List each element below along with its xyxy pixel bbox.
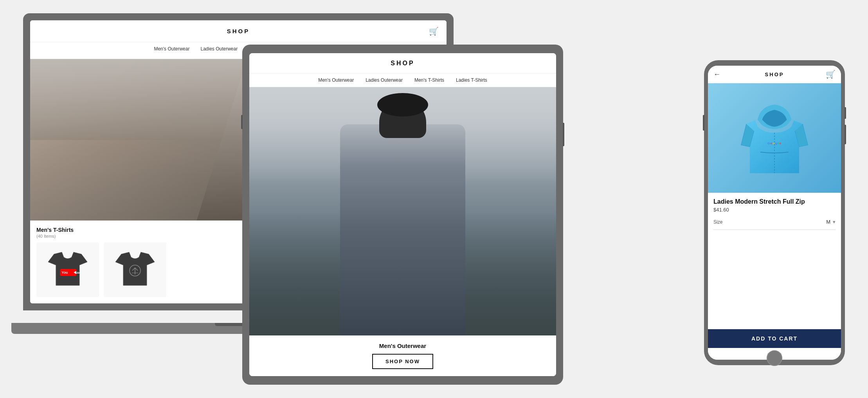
tablet-screen: SHOP Men's Outerwear Ladies Outerwear Me…	[249, 53, 556, 376]
mobile-product-name: Ladies Modern Stretch Full Zip	[713, 198, 836, 205]
mobile-home-button[interactable]	[767, 350, 782, 366]
mobile-size-value: M	[826, 219, 830, 225]
tablet-category-section: Men's Outerwear SHOP NOW	[249, 335, 556, 376]
tablet-logo: SHOP	[391, 60, 414, 67]
mobile-chevron-icon: ▾	[833, 219, 836, 225]
mobile-logo: SHOP	[765, 72, 784, 77]
tablet-nav-mens-outerwear[interactable]: Men's Outerwear	[318, 77, 354, 83]
tablet-nav-ladies-tshirts[interactable]: Ladies T-Shirts	[456, 77, 487, 83]
mobile-volume-button	[845, 125, 846, 144]
svg-text:l: l	[778, 142, 778, 145]
mobile-size-row: Size M ▾	[713, 219, 836, 230]
mobile-back-button[interactable]: ←	[713, 70, 720, 79]
tablet-hero-image	[249, 87, 556, 335]
mobile-product-price: $41.60	[713, 207, 836, 213]
laptop-cart-icon[interactable]: 🛒	[429, 27, 439, 36]
tablet-power-button	[563, 123, 564, 146]
laptop-logo: SHOP	[227, 28, 250, 34]
tablet-device: SHOP Men's Outerwear Ladies Outerwear Me…	[242, 45, 563, 385]
mobile-product-image: G o o g l e	[708, 83, 841, 193]
mobile-header: ← SHOP 🛒	[708, 66, 841, 83]
tablet-nav-mens-tshirts[interactable]: Men's T-Shirts	[414, 77, 444, 83]
mobile-add-to-cart-button[interactable]: ADD TO CART	[708, 329, 841, 348]
hoodie-svg: G o o g l e	[739, 95, 810, 181]
svg-text:e: e	[780, 142, 782, 145]
svg-text:o: o	[773, 142, 775, 145]
laptop-product-card-youtube[interactable]: You Tube	[36, 242, 99, 297]
laptop-header: SHOP 🛒	[30, 20, 447, 42]
mobile-product-info: Ladies Modern Stretch Full Zip $41.60 Si…	[708, 193, 841, 267]
mobile-screen: ← SHOP 🛒	[708, 66, 841, 360]
laptop-nav-mens-outerwear[interactable]: Men's Outerwear	[154, 46, 189, 55]
laptop-product-card-icon[interactable]	[104, 242, 166, 297]
tablet-category-title: Men's Outerwear	[379, 342, 426, 349]
svg-text:You: You	[61, 271, 68, 274]
mobile-power-button	[845, 107, 846, 119]
mobile-size-select[interactable]: M ▾	[826, 219, 836, 225]
mobile-size-label: Size	[713, 219, 722, 225]
mobile-cart-icon[interactable]: 🛒	[826, 70, 836, 79]
tablet-volume-button	[241, 115, 243, 129]
tablet-nav-ladies-outerwear[interactable]: Ladies Outerwear	[366, 77, 403, 83]
svg-text:g: g	[775, 142, 777, 145]
tablet-header: SHOP	[249, 53, 556, 74]
icon-tshirt-image	[110, 246, 160, 293]
tablet-nav: Men's Outerwear Ladies Outerwear Men's T…	[249, 74, 556, 87]
mobile-device: ← SHOP 🛒	[704, 60, 845, 365]
tablet-shop-now-button[interactable]: SHOP NOW	[372, 354, 433, 369]
youtube-tshirt-image: You Tube	[42, 246, 93, 293]
laptop-nav-ladies-outerwear[interactable]: Ladies Outerwear	[200, 46, 238, 55]
mobile-mute-button	[703, 115, 704, 131]
svg-text:o: o	[770, 142, 772, 145]
svg-text:G: G	[767, 142, 770, 145]
svg-text:Tube: Tube	[74, 271, 81, 274]
